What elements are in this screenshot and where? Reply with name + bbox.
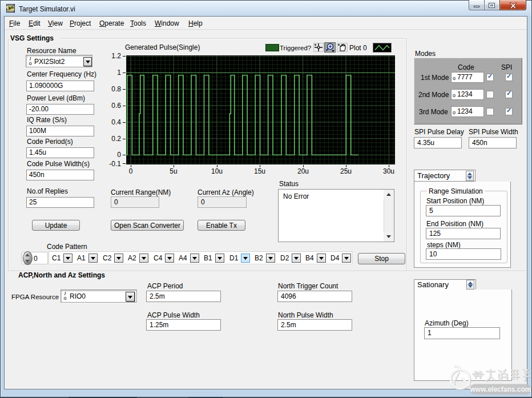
svg-text:www.elecfans.com: www.elecfans.com: [470, 385, 531, 393]
